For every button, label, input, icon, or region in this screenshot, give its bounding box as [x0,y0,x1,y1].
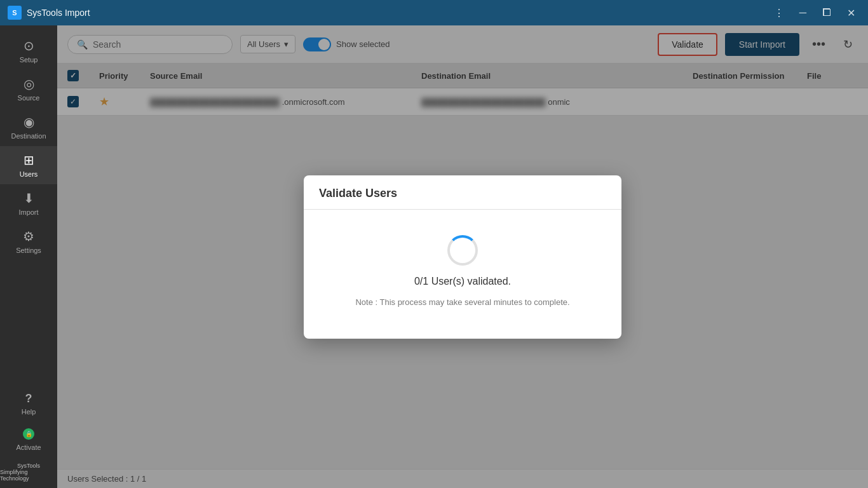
maximize-button[interactable]: ⧠ [817,4,837,22]
systools-logo: SysTools Simplifying Technology [0,463,57,482]
sidebar-item-setup[interactable]: ⊙ Setup [0,32,57,70]
source-icon: ◎ [24,76,34,92]
sidebar-item-activate[interactable]: 🔒 Activate [0,422,57,458]
sidebar-label-source: Source [18,94,40,102]
modal-header: Validate Users [304,175,621,210]
modal-progress-text: 0/1 User(s) validated. [414,276,511,287]
sidebar-label-import: Import [18,208,38,216]
sidebar-label-activate: Activate [16,444,41,451]
app-layout: ⊙ Setup ◎ Source ◉ Destination ⊞ Users ⬇… [0,25,868,488]
sidebar-item-source[interactable]: ◎ Source [0,70,57,108]
settings-icon: ⚙ [23,229,34,244]
sidebar-label-destination: Destination [11,132,46,140]
systools-tagline: Simplifying Technology [0,469,57,482]
sidebar-item-settings[interactable]: ⚙ Settings [0,222,57,261]
app-icon: S [8,6,22,20]
title-bar: S SysTools Import ⋮ ─ ⧠ ✕ [0,0,868,25]
users-icon: ⊞ [24,152,34,168]
lock-icon: 🔒 [25,431,32,437]
loading-spinner [447,235,478,266]
help-icon: ? [25,392,32,405]
import-icon: ⬇ [24,191,34,206]
sidebar-label-settings: Settings [16,247,41,254]
close-button[interactable]: ✕ [842,4,860,22]
sidebar-label-help: Help [22,408,36,416]
app-title: SysTools Import [27,8,90,18]
sidebar-label-setup: Setup [20,56,38,64]
setup-icon: ⊙ [24,38,34,53]
sidebar-bottom: ? Help 🔒 Activate SysTools Simplifying T… [0,386,57,488]
modal-body: 0/1 User(s) validated. Note : This proce… [304,210,621,339]
modal-note-text: Note : This process may take several min… [355,297,569,307]
title-bar-controls[interactable]: ⋮ ─ ⧠ ✕ [769,4,860,22]
sidebar-label-users: Users [20,170,38,178]
destination-icon: ◉ [24,114,34,130]
sidebar-item-destination[interactable]: ◉ Destination [0,108,57,146]
minimize-button[interactable]: ─ [794,4,811,22]
sidebar-item-import[interactable]: ⬇ Import [0,184,57,222]
validate-users-modal: Validate Users 0/1 User(s) validated. No… [304,175,621,339]
sidebar-item-users[interactable]: ⊞ Users [0,146,57,184]
main-content: 🔍 All Users ▾ Show selected Validate Sta… [57,25,868,488]
modal-overlay: Validate Users 0/1 User(s) validated. No… [57,25,868,488]
menu-button[interactable]: ⋮ [769,4,789,22]
modal-title: Validate Users [319,187,397,200]
title-bar-left: S SysTools Import [8,6,90,20]
systools-name: SysTools [17,463,40,469]
sidebar: ⊙ Setup ◎ Source ◉ Destination ⊞ Users ⬇… [0,25,57,488]
sidebar-item-help[interactable]: ? Help [0,386,57,422]
activate-dot: 🔒 [23,428,34,440]
